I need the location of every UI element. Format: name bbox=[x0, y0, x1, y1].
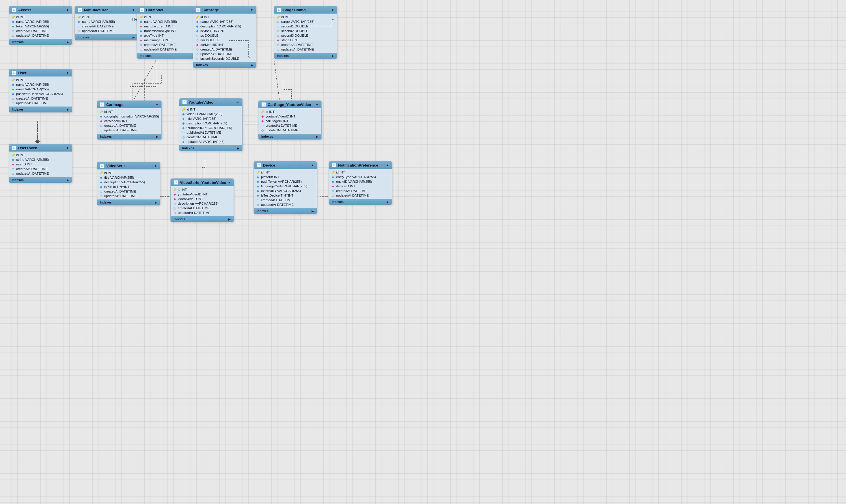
table-header-carstage_youtubevideo[interactable]: □CarStage_YoutubeVideo▼ bbox=[258, 101, 321, 108]
field-name: description VARCHAR(255) bbox=[200, 24, 241, 28]
table-icon: □ bbox=[174, 180, 178, 185]
table-footer-youtubevideo[interactable]: Indexes▶ bbox=[179, 145, 242, 151]
arrow-right-icon: ▶ bbox=[156, 135, 159, 138]
table-footer-stagetiming[interactable]: Indexes▶ bbox=[274, 53, 337, 59]
table-header-notificationpreference[interactable]: □NotificationPreference▼ bbox=[329, 161, 392, 169]
field-name: updatedAt DATETIME bbox=[261, 203, 294, 206]
table-header-device[interactable]: □Device▼ bbox=[254, 161, 317, 169]
table-name: CarImage bbox=[106, 103, 123, 107]
field-icon-diamond-empty: ◇ bbox=[256, 198, 259, 202]
field-name: mainImageID INT bbox=[144, 38, 170, 42]
field-name: name VARCHAR(255) bbox=[200, 20, 233, 23]
table-footer-device[interactable]: Indexes▶ bbox=[254, 208, 317, 214]
table-footer-manufacturer[interactable]: Indexes▶ bbox=[75, 34, 138, 40]
field-row: ◆name VARCHAR(255) bbox=[137, 19, 200, 24]
field-name: name VARCHAR(255) bbox=[82, 20, 115, 23]
field-row: ◇updatedAt DATETIME bbox=[97, 128, 161, 132]
chevron-down-icon: ▼ bbox=[66, 8, 69, 12]
table-footer-carstage[interactable]: Indexes▶ bbox=[193, 62, 256, 68]
field-icon-diamond-empty: ◇ bbox=[261, 124, 264, 127]
field-icon-diamond-pink: ◆ bbox=[99, 119, 103, 123]
table-name: YoutubeVideo bbox=[188, 100, 213, 105]
field-row: ◇updatedAt DATETIME bbox=[9, 33, 72, 38]
field-name: id INT bbox=[104, 110, 113, 113]
field-row: ◇createdAt DATETIME bbox=[9, 29, 72, 33]
table-header-manufacturer[interactable]: □Manufacturer▼ bbox=[75, 6, 138, 14]
table-icon: □ bbox=[257, 163, 261, 167]
field-icon-key: 🔑 bbox=[11, 153, 15, 157]
table-header-stagetiming[interactable]: □StageTiming▼ bbox=[274, 6, 337, 14]
field-name: second2 DOUBLE bbox=[281, 29, 308, 33]
table-footer-carstage_youtubevideo[interactable]: Indexes▶ bbox=[258, 134, 321, 140]
table-icon: □ bbox=[182, 100, 187, 105]
table-fields: 🔑id INT◇range VARCHAR(255)◇second1 DOUBL… bbox=[274, 14, 337, 53]
arrow-right-icon: ▶ bbox=[237, 147, 239, 150]
table-icon: □ bbox=[332, 163, 336, 167]
chevron-down-icon: ▼ bbox=[132, 8, 135, 12]
field-name: updatedAt DATETIME bbox=[16, 34, 49, 37]
field-icon-diamond-empty: ◇ bbox=[196, 34, 199, 37]
table-header-carimage[interactable]: □CarImage▼ bbox=[97, 101, 161, 108]
table-footer-videoserie[interactable]: Indexes▶ bbox=[97, 199, 160, 205]
table-name: CarStage bbox=[202, 8, 219, 12]
table-header-access[interactable]: □Access▼ bbox=[9, 6, 72, 14]
table-footer-user[interactable]: Indexes▶ bbox=[9, 107, 72, 112]
field-name: createdAt DATETIME bbox=[104, 124, 136, 127]
field-name: externalID VARCHAR(255) bbox=[261, 189, 301, 193]
field-icon-diamond-blue: ◆ bbox=[256, 184, 259, 188]
field-name: id INT bbox=[16, 153, 25, 157]
field-row: 🔑id INT bbox=[274, 15, 337, 19]
chevron-down-icon: ▼ bbox=[66, 71, 69, 74]
field-name: createdAt DATETIME bbox=[261, 198, 293, 202]
field-row: 🔑id INT bbox=[258, 109, 321, 114]
indexes-label: Indexes bbox=[196, 63, 208, 67]
table-header-carstage[interactable]: □CarStage▼ bbox=[193, 6, 256, 14]
field-row: ◆thumbnailURL VARCHAR(255) bbox=[179, 126, 242, 130]
field-icon-diamond-pink: ◆ bbox=[276, 38, 280, 42]
table-fields: 🔑id INT◆platform INT◆pushToken VARCHAR(2… bbox=[254, 169, 317, 208]
field-icon-diamond-blue: ◆ bbox=[196, 20, 199, 23]
field-row: ◆description VARCHAR(255) bbox=[193, 24, 256, 29]
table-header-carmodel[interactable]: □CarModel▼ bbox=[137, 6, 200, 14]
field-row: ◆pushToken VARCHAR(255) bbox=[254, 179, 317, 184]
table-footer-videoserie_youtubevideo[interactable]: Indexes▶ bbox=[170, 216, 234, 222]
table-carstage_youtubevideo: □CarStage_YoutubeVideo▼🔑id INT◆youtubeVi… bbox=[258, 101, 322, 140]
table-stagetiming: □StageTiming▼🔑id INT◇range VARCHAR(255)◇… bbox=[274, 6, 337, 59]
table-header-user[interactable]: □User▼ bbox=[9, 69, 72, 76]
field-name: platform INT bbox=[261, 175, 279, 179]
table-name: UserToken bbox=[18, 146, 37, 150]
table-footer-access[interactable]: Indexes▶ bbox=[9, 39, 72, 45]
field-row: ◇createdAt DATETIME bbox=[329, 188, 392, 193]
field-name: carModelID INT bbox=[104, 119, 128, 123]
table-footer-carimage[interactable]: Indexes▶ bbox=[97, 134, 161, 140]
field-name: id INT bbox=[261, 170, 270, 174]
table-header-youtubevideo[interactable]: □YoutubeVideo▼ bbox=[179, 98, 242, 106]
field-name: createdAt DATETIME bbox=[16, 29, 48, 33]
arrow-right-icon: ▶ bbox=[67, 178, 69, 182]
field-name: videoID VARCHAR(255) bbox=[186, 112, 222, 116]
field-row: ◆manufacturerID INT bbox=[137, 24, 200, 29]
table-footer-notificationpreference[interactable]: Indexes▶ bbox=[329, 199, 392, 205]
table-header-videoserie_youtubevideo[interactable]: □VideoSerie_YoutubeVideo▼ bbox=[170, 179, 234, 186]
field-name: id INT bbox=[104, 171, 113, 175]
field-row: 🔑id INT bbox=[170, 187, 234, 192]
table-header-videoserie[interactable]: □VideoSerie▼ bbox=[97, 162, 160, 169]
field-name: id INT bbox=[266, 110, 275, 113]
field-name: createdAt DATETIME bbox=[104, 190, 136, 193]
arrow-right-icon: ▶ bbox=[386, 200, 389, 203]
field-icon-diamond-empty: ◇ bbox=[77, 29, 80, 33]
table-footer-usertoken[interactable]: Indexes▶ bbox=[9, 177, 72, 183]
field-icon-diamond-blue: ◆ bbox=[11, 92, 15, 95]
field-row: ◆name VARCHAR(255) bbox=[9, 19, 72, 24]
field-icon-diamond-blue: ◆ bbox=[11, 88, 15, 91]
field-icon-diamond-empty: ◇ bbox=[11, 167, 15, 170]
table-footer-carmodel[interactable]: Indexes▶ bbox=[137, 53, 200, 59]
table-device: □Device▼🔑id INT◆platform INT◆pushToken V… bbox=[253, 161, 317, 214]
field-icon-diamond-empty: ◇ bbox=[196, 57, 199, 60]
field-name: id INT bbox=[144, 15, 153, 19]
field-row: ◆externalID VARCHAR(255) bbox=[254, 188, 317, 193]
arrow-right-icon: ▶ bbox=[251, 64, 253, 67]
table-header-usertoken[interactable]: □UserToken▼ bbox=[9, 144, 72, 151]
table-name: Device bbox=[263, 163, 275, 167]
field-icon-diamond-empty: ◇ bbox=[173, 211, 176, 215]
